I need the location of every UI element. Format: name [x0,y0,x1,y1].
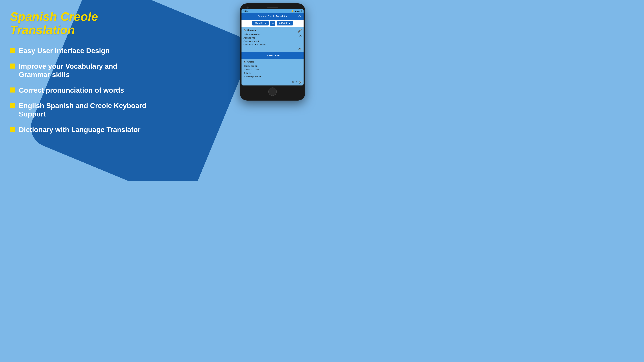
feature-text: English Spanish and Creole Keyboard Supp… [19,102,148,118]
phone-camera [246,6,248,8]
battery-icon: ▮ [300,10,302,12]
input-section[interactable]: 🔊 Spanish Hola buenos diasAdónde vasCuál… [242,27,304,52]
source-lang-dropdown-icon: ▼ [264,22,266,24]
translate-button[interactable]: TRANSLATE [242,52,304,59]
bullet-square [10,48,15,53]
output-action-icons: ⧉ ⤴ 🔊 [292,81,302,84]
output-section: 🔊 Creole Bonjou bonjouKi kote ou praleKi… [242,59,304,85]
bullet-square [10,63,15,68]
copy-icon[interactable]: ⧉ [292,81,294,84]
output-speaker-icon: 🔊 [244,60,246,63]
wifi-icon: ▲▲▲ [294,10,300,12]
target-lang-button[interactable]: CREOLE ▼ [277,21,293,25]
input-line: Hola buenos dias [244,33,302,36]
features-list: Easy User Interface Design Improve your … [10,46,148,134]
status-icons: 🔔 ▲▲▲ ▮ [291,10,302,12]
app-header: ← Spanish Creole Translator ⏱ [242,13,304,19]
phone-speaker [267,7,278,8]
target-lang-dropdown-icon: ▼ [288,22,290,24]
output-line: Ki kote ou prale [244,68,302,71]
feature-item: English Spanish and Creole Keyboard Supp… [10,102,148,118]
swap-icon: ⇔ [272,22,274,25]
input-line: Cuál es tu edad [244,40,302,43]
share-icon[interactable]: ⤴ [296,81,297,84]
output-tts-icon[interactable]: 🔊 [298,81,302,84]
left-content: Spanish Creole Translation Easy User Int… [10,10,148,134]
output-line: Ki laj ou [244,71,302,75]
phone-screen: 5:21 🔔 ▲▲▲ ▮ ← Spanish Creole Translator… [242,9,304,85]
history-button[interactable]: ⏱ [298,14,301,18]
input-text: Hola buenos diasAdónde vasCuál es tu eda… [244,33,302,46]
feature-text: Dictionary with Language Translator [19,125,140,134]
output-line: Ki fwi ou pi renmen [244,75,302,78]
input-speaker-icon: 🔊 [244,29,246,31]
phone-home-area [242,85,304,96]
input-line: Adónde vas [244,36,302,40]
feature-text: Easy User Interface Design [19,46,110,55]
feature-text: Improve your Vocabulary and Grammar skil… [19,62,148,79]
notification-icon: 🔔 [291,10,294,12]
bullet-square [10,87,15,92]
output-line: Bonjou bonjou [244,64,302,68]
output-text: Bonjou bonjouKi kote ou praleKi laj ouKi… [244,64,302,78]
input-section-label: 🔊 Spanish [244,29,302,31]
back-button[interactable]: ← [244,14,247,18]
status-bar: 5:21 🔔 ▲▲▲ ▮ [242,9,304,13]
bullet-square [10,127,15,132]
output-lang-name: Creole [247,60,254,63]
main-title: Spanish Creole Translation [10,10,148,36]
source-lang-label: SPANISH [254,22,263,24]
clear-button[interactable]: ✕ [299,34,302,38]
source-lang-button[interactable]: SPANISH ▼ [252,21,269,25]
status-time: 5:21 [244,10,248,12]
feature-item: Improve your Vocabulary and Grammar skil… [10,62,148,79]
phone-mockup: 5:21 🔔 ▲▲▲ ▮ ← Spanish Creole Translator… [240,3,305,100]
target-lang-label: CREOLE [279,22,288,24]
mic-icon[interactable]: 🎤 [297,29,302,33]
input-lang-name: Spanish [247,29,256,31]
feature-text: Correct pronunciation of words [19,86,124,94]
app-header-title: Spanish Creole Translator [247,15,298,17]
home-button[interactable] [268,87,277,96]
feature-item: Easy User Interface Design [10,46,148,55]
input-tts-icon[interactable]: 🔉 [298,47,302,50]
bullet-square [10,103,15,108]
lang-selector: SPANISH ▼ ⇔ CREOLE ▼ [242,19,304,27]
feature-item: Dictionary with Language Translator [10,125,148,134]
phone-notch [242,6,304,9]
phone-container: 5:21 🔔 ▲▲▲ ▮ ← Spanish Creole Translator… [240,3,305,100]
feature-item: Correct pronunciation of words [10,86,148,94]
input-line: Cuál es tu fruta favorita [244,43,302,46]
swap-languages-button[interactable]: ⇔ [270,21,276,26]
output-section-label: 🔊 Creole [244,60,302,63]
